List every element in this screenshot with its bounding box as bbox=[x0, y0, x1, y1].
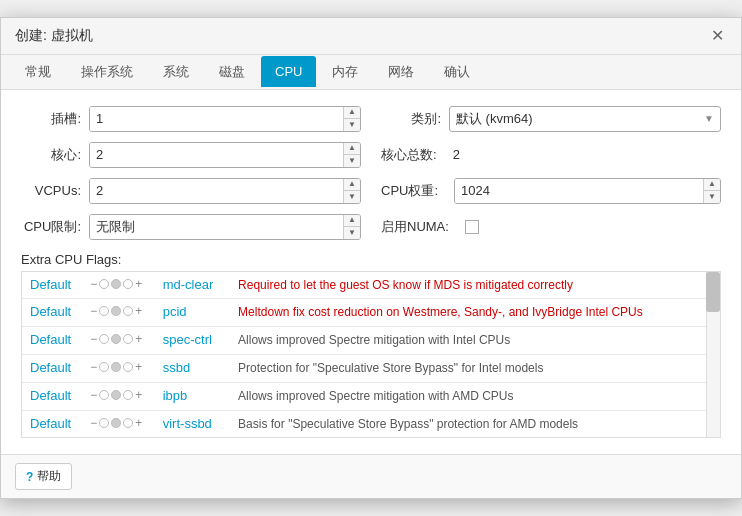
slot-input[interactable] bbox=[90, 107, 343, 131]
help-label: 帮助 bbox=[37, 468, 61, 485]
help-button[interactable]: ? 帮助 bbox=[15, 463, 72, 490]
tab-confirm[interactable]: 确认 bbox=[430, 55, 484, 89]
vcpu-input[interactable] bbox=[90, 179, 343, 203]
flag-description: Protection for "Speculative Store Bypass… bbox=[238, 361, 543, 375]
slot-spinbox[interactable]: ▲ ▼ bbox=[89, 106, 361, 132]
category-select[interactable]: 默认 (kvm64) ▼ bbox=[449, 106, 721, 132]
dialog-header: 创建: 虚拟机 ✕ bbox=[1, 18, 741, 55]
core-up-button[interactable]: ▲ bbox=[344, 143, 360, 155]
cpu-limit-spinbox[interactable]: ▲ ▼ bbox=[89, 214, 361, 240]
vcpu-spinbox[interactable]: ▲ ▼ bbox=[89, 178, 361, 204]
toggle-plus-icon[interactable]: + bbox=[135, 416, 142, 430]
scrollbar-thumb[interactable] bbox=[706, 272, 720, 312]
tab-memory[interactable]: 内存 bbox=[318, 55, 372, 89]
toggle-dot-2 bbox=[111, 334, 121, 344]
tab-os[interactable]: 操作系统 bbox=[67, 55, 147, 89]
toggle-plus-icon[interactable]: + bbox=[135, 388, 142, 402]
cpu-limit-input[interactable] bbox=[90, 215, 343, 239]
slot-spin-buttons: ▲ ▼ bbox=[343, 107, 360, 131]
numa-checkbox[interactable] bbox=[465, 220, 479, 234]
category-value: 默认 (kvm64) bbox=[456, 110, 533, 128]
flag-toggle[interactable]: − + bbox=[90, 277, 151, 291]
tab-network[interactable]: 网络 bbox=[374, 55, 428, 89]
vcpu-up-button[interactable]: ▲ bbox=[344, 179, 360, 191]
flag-name: virt-ssbd bbox=[163, 416, 212, 431]
flag-default-label: Default bbox=[30, 416, 71, 431]
cpu-limit-row: CPU限制: ▲ ▼ bbox=[21, 214, 361, 240]
toggle-plus-icon[interactable]: + bbox=[135, 332, 142, 346]
slot-label: 插槽: bbox=[21, 110, 81, 128]
slot-up-button[interactable]: ▲ bbox=[344, 107, 360, 119]
toggle-plus-icon[interactable]: + bbox=[135, 277, 142, 291]
total-cores-row: 核心总数: 2 bbox=[381, 142, 721, 168]
dialog: 创建: 虚拟机 ✕ 常规 操作系统 系统 磁盘 CPU 内存 网络 确认 插槽:… bbox=[0, 17, 742, 500]
cpu-weight-down-button[interactable]: ▼ bbox=[704, 190, 720, 203]
numa-row: 启用NUMA: bbox=[381, 214, 721, 240]
flag-default-label: Default bbox=[30, 304, 71, 319]
scrollbar[interactable] bbox=[706, 272, 720, 438]
toggle-minus-icon[interactable]: − bbox=[90, 416, 97, 430]
toggle-minus-icon[interactable]: − bbox=[90, 277, 97, 291]
table-row: Default − + virt-ssbdBasis for "Speculat… bbox=[22, 410, 720, 437]
cpu-limit-up-button[interactable]: ▲ bbox=[344, 215, 360, 227]
toggle-minus-icon[interactable]: − bbox=[90, 388, 97, 402]
toggle-plus-icon[interactable]: + bbox=[135, 360, 142, 374]
cpu-weight-input[interactable] bbox=[455, 179, 703, 203]
cpu-limit-spin-buttons: ▲ ▼ bbox=[343, 215, 360, 239]
core-spinbox[interactable]: ▲ ▼ bbox=[89, 142, 361, 168]
toggle-minus-icon[interactable]: − bbox=[90, 360, 97, 374]
flag-toggle[interactable]: − + bbox=[90, 332, 151, 346]
cpu-limit-down-button[interactable]: ▼ bbox=[344, 226, 360, 239]
toggle-dot-1 bbox=[99, 306, 109, 316]
slot-down-button[interactable]: ▼ bbox=[344, 118, 360, 131]
category-row: 类别: 默认 (kvm64) ▼ bbox=[381, 106, 721, 132]
table-row: Default − + pcidMeltdown fix cost reduct… bbox=[22, 299, 720, 327]
core-down-button[interactable]: ▼ bbox=[344, 154, 360, 167]
numa-label: 启用NUMA: bbox=[381, 218, 449, 236]
close-button[interactable]: ✕ bbox=[707, 26, 727, 46]
cpu-weight-up-button[interactable]: ▲ bbox=[704, 179, 720, 191]
table-row: Default − + ibpbAllows improved Spectre … bbox=[22, 382, 720, 410]
flags-table-container: Default − + md-clearRequired to let the … bbox=[21, 271, 721, 439]
flag-description: Meltdown fix cost reduction on Westmere,… bbox=[238, 305, 643, 319]
toggle-dot-1 bbox=[99, 390, 109, 400]
flag-toggle[interactable]: − + bbox=[90, 304, 151, 318]
flag-toggle[interactable]: − + bbox=[90, 416, 151, 430]
toggle-dot-1 bbox=[99, 279, 109, 289]
toggle-dot-3 bbox=[123, 418, 133, 428]
flag-description: Allows improved Spectre mitigation with … bbox=[238, 389, 513, 403]
flag-default-label: Default bbox=[30, 388, 71, 403]
flag-toggle[interactable]: − + bbox=[90, 388, 151, 402]
toggle-dot-2 bbox=[111, 418, 121, 428]
toggle-plus-icon[interactable]: + bbox=[135, 304, 142, 318]
toggle-dot-2 bbox=[111, 279, 121, 289]
toggle-dot-1 bbox=[99, 362, 109, 372]
tab-system[interactable]: 系统 bbox=[149, 55, 203, 89]
core-spin-buttons: ▲ ▼ bbox=[343, 143, 360, 167]
toggle-dot-3 bbox=[123, 390, 133, 400]
tab-general[interactable]: 常规 bbox=[11, 55, 65, 89]
flag-name: ssbd bbox=[163, 360, 190, 375]
toggle-dot-3 bbox=[123, 334, 133, 344]
toggle-dot-2 bbox=[111, 390, 121, 400]
flags-table: Default − + md-clearRequired to let the … bbox=[22, 272, 720, 438]
cpu-weight-spinbox[interactable]: ▲ ▼ bbox=[454, 178, 721, 204]
toggle-dot-2 bbox=[111, 306, 121, 316]
dialog-title: 创建: 虚拟机 bbox=[15, 27, 93, 45]
flag-toggle[interactable]: − + bbox=[90, 360, 151, 374]
flag-name: spec-ctrl bbox=[163, 332, 212, 347]
toggle-minus-icon[interactable]: − bbox=[90, 332, 97, 346]
vcpu-down-button[interactable]: ▼ bbox=[344, 190, 360, 203]
tab-bar: 常规 操作系统 系统 磁盘 CPU 内存 网络 确认 bbox=[1, 55, 741, 90]
flag-default-label: Default bbox=[30, 332, 71, 347]
tab-disk[interactable]: 磁盘 bbox=[205, 55, 259, 89]
tab-cpu[interactable]: CPU bbox=[261, 56, 316, 87]
toggle-dot-3 bbox=[123, 362, 133, 372]
toggle-dot-3 bbox=[123, 306, 133, 316]
vcpu-spin-buttons: ▲ ▼ bbox=[343, 179, 360, 203]
toggle-minus-icon[interactable]: − bbox=[90, 304, 97, 318]
toggle-dot-1 bbox=[99, 334, 109, 344]
category-chevron-icon: ▼ bbox=[704, 113, 714, 124]
core-input[interactable] bbox=[90, 143, 343, 167]
table-row: Default − + spec-ctrlAllows improved Spe… bbox=[22, 327, 720, 355]
